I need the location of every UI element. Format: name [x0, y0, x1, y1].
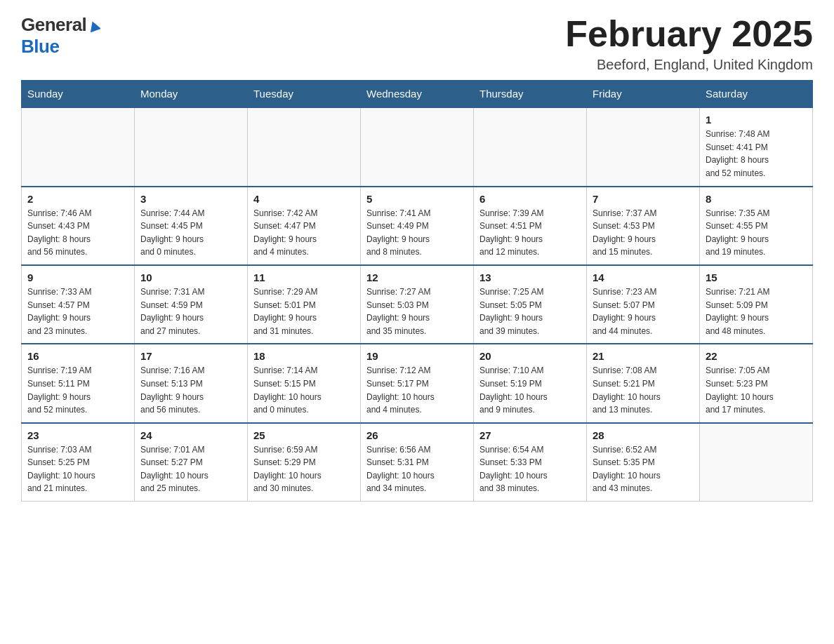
day-info: Sunrise: 7:16 AM Sunset: 5:13 PM Dayligh… [140, 364, 241, 416]
day-number: 4 [253, 193, 355, 205]
weekday-header-tuesday: Tuesday [248, 81, 361, 108]
calendar-cell: 15Sunrise: 7:21 AM Sunset: 5:09 PM Dayli… [700, 265, 813, 344]
day-info: Sunrise: 7:37 AM Sunset: 4:53 PM Dayligh… [593, 207, 694, 259]
calendar-week-row: 1Sunrise: 7:48 AM Sunset: 4:41 PM Daylig… [22, 107, 813, 186]
calendar-cell: 10Sunrise: 7:31 AM Sunset: 4:59 PM Dayli… [135, 265, 248, 344]
logo-general-text: General [21, 14, 86, 36]
day-info: Sunrise: 6:54 AM Sunset: 5:33 PM Dayligh… [479, 443, 581, 495]
title-block: February 2025 Beeford, England, United K… [565, 14, 813, 73]
day-number: 2 [27, 193, 128, 205]
location-subtitle: Beeford, England, United Kingdom [565, 57, 813, 73]
day-number: 6 [479, 193, 581, 205]
day-info: Sunrise: 7:01 AM Sunset: 5:27 PM Dayligh… [140, 443, 241, 495]
calendar-table: SundayMondayTuesdayWednesdayThursdayFrid… [21, 80, 813, 502]
calendar-header-row: SundayMondayTuesdayWednesdayThursdayFrid… [22, 81, 813, 108]
day-info: Sunrise: 7:03 AM Sunset: 5:25 PM Dayligh… [27, 443, 128, 495]
day-number: 7 [593, 193, 694, 205]
calendar-cell: 28Sunrise: 6:52 AM Sunset: 5:35 PM Dayli… [587, 423, 700, 502]
logo: General Blue [21, 14, 100, 58]
day-info: Sunrise: 7:42 AM Sunset: 4:47 PM Dayligh… [253, 207, 355, 259]
calendar-cell [248, 107, 361, 186]
calendar-cell [700, 423, 813, 502]
day-number: 13 [479, 271, 581, 283]
calendar-cell: 5Sunrise: 7:41 AM Sunset: 4:49 PM Daylig… [361, 187, 474, 265]
day-info: Sunrise: 7:41 AM Sunset: 4:49 PM Dayligh… [366, 207, 468, 259]
calendar-cell: 26Sunrise: 6:56 AM Sunset: 5:31 PM Dayli… [361, 423, 474, 502]
day-info: Sunrise: 6:59 AM Sunset: 5:29 PM Dayligh… [253, 443, 355, 495]
calendar-cell: 19Sunrise: 7:12 AM Sunset: 5:17 PM Dayli… [361, 344, 474, 422]
calendar-cell: 18Sunrise: 7:14 AM Sunset: 5:15 PM Dayli… [248, 344, 361, 422]
calendar-cell [587, 107, 700, 186]
calendar-cell: 16Sunrise: 7:19 AM Sunset: 5:11 PM Dayli… [22, 344, 135, 422]
calendar-cell: 22Sunrise: 7:05 AM Sunset: 5:23 PM Dayli… [700, 344, 813, 422]
day-number: 17 [140, 350, 241, 362]
day-number: 24 [140, 429, 241, 441]
calendar-cell [135, 107, 248, 186]
calendar-cell: 4Sunrise: 7:42 AM Sunset: 4:47 PM Daylig… [248, 187, 361, 265]
day-number: 12 [366, 271, 468, 283]
day-info: Sunrise: 7:48 AM Sunset: 4:41 PM Dayligh… [706, 128, 807, 180]
day-number: 27 [479, 429, 581, 441]
day-number: 18 [253, 350, 355, 362]
day-info: Sunrise: 7:19 AM Sunset: 5:11 PM Dayligh… [27, 364, 128, 416]
calendar-cell: 11Sunrise: 7:29 AM Sunset: 5:01 PM Dayli… [248, 265, 361, 344]
calendar-cell: 2Sunrise: 7:46 AM Sunset: 4:43 PM Daylig… [22, 187, 135, 265]
calendar-cell: 1Sunrise: 7:48 AM Sunset: 4:41 PM Daylig… [700, 107, 813, 186]
weekday-header-sunday: Sunday [22, 81, 135, 108]
day-number: 16 [27, 350, 128, 362]
page-header: General Blue February 2025 Beeford, Engl… [21, 14, 813, 73]
calendar-week-row: 2Sunrise: 7:46 AM Sunset: 4:43 PM Daylig… [22, 187, 813, 265]
calendar-cell: 3Sunrise: 7:44 AM Sunset: 4:45 PM Daylig… [135, 187, 248, 265]
weekday-header-wednesday: Wednesday [361, 81, 474, 108]
day-number: 8 [706, 193, 807, 205]
day-info: Sunrise: 7:44 AM Sunset: 4:45 PM Dayligh… [140, 207, 241, 259]
day-number: 25 [253, 429, 355, 441]
weekday-header-friday: Friday [587, 81, 700, 108]
calendar-cell [361, 107, 474, 186]
day-info: Sunrise: 7:29 AM Sunset: 5:01 PM Dayligh… [253, 286, 355, 337]
calendar-cell: 12Sunrise: 7:27 AM Sunset: 5:03 PM Dayli… [361, 265, 474, 344]
day-number: 1 [706, 114, 807, 126]
calendar-cell: 20Sunrise: 7:10 AM Sunset: 5:19 PM Dayli… [474, 344, 587, 422]
day-info: Sunrise: 6:52 AM Sunset: 5:35 PM Dayligh… [593, 443, 694, 495]
day-info: Sunrise: 7:25 AM Sunset: 5:05 PM Dayligh… [479, 286, 581, 337]
logo-triangle-icon [88, 20, 100, 32]
day-info: Sunrise: 7:33 AM Sunset: 4:57 PM Dayligh… [27, 286, 128, 337]
weekday-header-saturday: Saturday [700, 81, 813, 108]
day-info: Sunrise: 7:08 AM Sunset: 5:21 PM Dayligh… [593, 364, 694, 416]
day-info: Sunrise: 7:10 AM Sunset: 5:19 PM Dayligh… [479, 364, 581, 416]
day-info: Sunrise: 7:31 AM Sunset: 4:59 PM Dayligh… [140, 286, 241, 337]
day-number: 22 [706, 350, 807, 362]
day-number: 14 [593, 271, 694, 283]
day-info: Sunrise: 7:35 AM Sunset: 4:55 PM Dayligh… [706, 207, 807, 259]
day-number: 3 [140, 193, 241, 205]
weekday-header-thursday: Thursday [474, 81, 587, 108]
day-info: Sunrise: 6:56 AM Sunset: 5:31 PM Dayligh… [366, 443, 468, 495]
calendar-cell: 27Sunrise: 6:54 AM Sunset: 5:33 PM Dayli… [474, 423, 587, 502]
calendar-cell: 9Sunrise: 7:33 AM Sunset: 4:57 PM Daylig… [22, 265, 135, 344]
day-info: Sunrise: 7:27 AM Sunset: 5:03 PM Dayligh… [366, 286, 468, 337]
day-number: 23 [27, 429, 128, 441]
day-number: 26 [366, 429, 468, 441]
calendar-cell [474, 107, 587, 186]
day-number: 10 [140, 271, 241, 283]
calendar-cell: 24Sunrise: 7:01 AM Sunset: 5:27 PM Dayli… [135, 423, 248, 502]
day-info: Sunrise: 7:39 AM Sunset: 4:51 PM Dayligh… [479, 207, 581, 259]
logo-blue-text: Blue [21, 36, 59, 58]
svg-marker-0 [88, 20, 100, 32]
day-info: Sunrise: 7:46 AM Sunset: 4:43 PM Dayligh… [27, 207, 128, 259]
day-number: 11 [253, 271, 355, 283]
day-info: Sunrise: 7:21 AM Sunset: 5:09 PM Dayligh… [706, 286, 807, 337]
day-number: 9 [27, 271, 128, 283]
day-number: 19 [366, 350, 468, 362]
calendar-cell: 14Sunrise: 7:23 AM Sunset: 5:07 PM Dayli… [587, 265, 700, 344]
calendar-cell: 13Sunrise: 7:25 AM Sunset: 5:05 PM Dayli… [474, 265, 587, 344]
day-info: Sunrise: 7:05 AM Sunset: 5:23 PM Dayligh… [706, 364, 807, 416]
month-title: February 2025 [565, 14, 813, 54]
calendar-cell: 21Sunrise: 7:08 AM Sunset: 5:21 PM Dayli… [587, 344, 700, 422]
calendar-cell [22, 107, 135, 186]
day-number: 21 [593, 350, 694, 362]
calendar-cell: 25Sunrise: 6:59 AM Sunset: 5:29 PM Dayli… [248, 423, 361, 502]
day-info: Sunrise: 7:14 AM Sunset: 5:15 PM Dayligh… [253, 364, 355, 416]
calendar-cell: 17Sunrise: 7:16 AM Sunset: 5:13 PM Dayli… [135, 344, 248, 422]
